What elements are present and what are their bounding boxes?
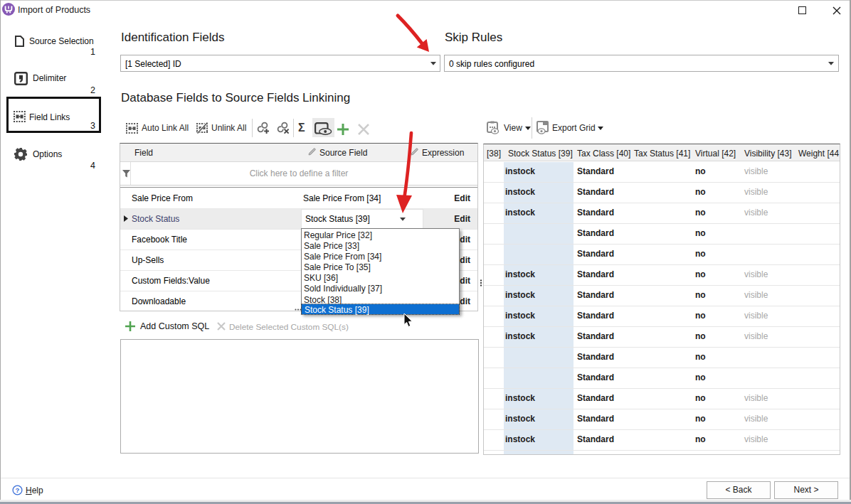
- svg-text:?: ?: [16, 486, 20, 494]
